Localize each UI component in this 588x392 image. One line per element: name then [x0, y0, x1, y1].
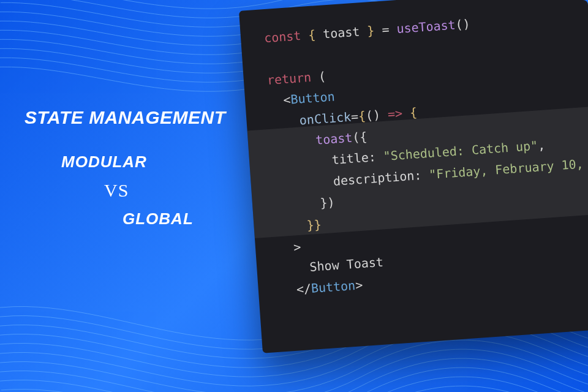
main-title: STATE MANAGEMENT — [24, 107, 226, 128]
subtitle-block: MODULAR VS GLOBAL — [24, 153, 226, 228]
global-label: GLOBAL — [61, 209, 226, 228]
code-panel: const { toast } = useToast() return ( <B… — [239, 0, 588, 353]
headline-block: STATE MANAGEMENT MODULAR VS GLOBAL — [24, 107, 226, 228]
vs-label: VS — [61, 180, 226, 201]
modular-label: MODULAR — [61, 153, 226, 172]
